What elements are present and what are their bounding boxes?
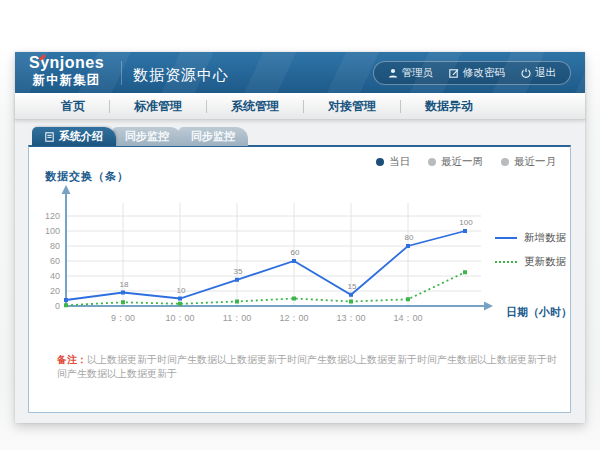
radio-today[interactable]: 当日 bbox=[376, 155, 410, 169]
svg-text:12：00: 12：00 bbox=[279, 313, 308, 323]
svg-text:14：00: 14：00 bbox=[393, 313, 422, 323]
footnote-prefix: 备注： bbox=[57, 354, 87, 365]
radio-icon bbox=[428, 158, 436, 166]
radio-last-week[interactable]: 最近一周 bbox=[428, 155, 483, 169]
svg-text:11：00: 11：00 bbox=[223, 313, 251, 323]
svg-text:100: 100 bbox=[45, 226, 60, 236]
svg-text:9：00: 9：00 bbox=[111, 313, 135, 323]
svg-text:13：00: 13：00 bbox=[336, 313, 365, 323]
power-icon bbox=[521, 68, 531, 78]
tab-sync-monitor-2[interactable]: 同步监控 bbox=[178, 127, 248, 146]
nav-item-interface-mgmt[interactable]: 对接管理 bbox=[304, 98, 400, 115]
logout-button[interactable]: 退出 bbox=[521, 66, 556, 80]
document-icon bbox=[45, 132, 54, 142]
svg-text:100: 100 bbox=[459, 218, 473, 227]
solid-line-swatch-icon bbox=[495, 237, 517, 239]
dotted-line-swatch-icon bbox=[495, 261, 517, 263]
radio-last-month[interactable]: 最近一月 bbox=[501, 155, 556, 169]
tab-system-intro[interactable]: 系统介绍 bbox=[32, 127, 116, 146]
page-window: Synjones 新中新集团 数据资源中心 管理员 修改密码 退出 首页 标准管… bbox=[15, 52, 585, 423]
svg-text:15: 15 bbox=[348, 282, 357, 291]
logo-chinese-text: 新中新集团 bbox=[29, 74, 104, 87]
svg-text:60: 60 bbox=[291, 248, 300, 257]
footnote: 备注：以上数据更新于时间产生数据以上数据更新于时间产生数据以上数据更新于时间产生… bbox=[57, 353, 562, 381]
radio-icon bbox=[376, 158, 384, 166]
company-logo: Synjones 新中新集团 bbox=[29, 55, 104, 87]
app-header: Synjones 新中新集团 数据资源中心 管理员 修改密码 退出 bbox=[15, 52, 585, 93]
svg-text:80: 80 bbox=[405, 233, 414, 242]
tab-sync-monitor-1[interactable]: 同步监控 bbox=[112, 127, 182, 146]
footnote-text: 以上数据更新于时间产生数据以上数据更新于时间产生数据以上数据更新于时间产生数据以… bbox=[57, 354, 557, 379]
legend-item-updated-data[interactable]: 更新数据 bbox=[495, 255, 566, 269]
svg-text:10：00: 10：00 bbox=[165, 313, 194, 323]
svg-text:120: 120 bbox=[45, 211, 60, 221]
user-menu: 管理员 修改密码 退出 bbox=[373, 61, 572, 85]
user-icon bbox=[388, 68, 398, 78]
svg-text:40: 40 bbox=[50, 271, 60, 281]
x-axis-label: 日期（小时） bbox=[506, 305, 572, 320]
svg-text:18: 18 bbox=[120, 280, 129, 289]
page-title: 数据资源中心 bbox=[133, 66, 229, 85]
svg-text:80: 80 bbox=[50, 241, 60, 251]
radio-icon bbox=[501, 158, 509, 166]
tab-bar: 系统介绍 同步监控 同步监控 bbox=[32, 127, 248, 146]
legend-item-new-data[interactable]: 新增数据 bbox=[495, 231, 566, 245]
nav-item-home[interactable]: 首页 bbox=[37, 98, 109, 115]
exchange-chart: 0204060801001209：0010：0011：0012：0013：001… bbox=[37, 183, 499, 335]
logo-english-text: Synjones bbox=[29, 55, 104, 71]
main-nav: 首页 标准管理 系统管理 对接管理 数据异动 bbox=[15, 93, 585, 120]
admin-user-button[interactable]: 管理员 bbox=[388, 66, 434, 80]
change-password-button[interactable]: 修改密码 bbox=[449, 66, 505, 80]
svg-text:60: 60 bbox=[50, 256, 60, 266]
period-filter: 当日 最近一周 最近一月 bbox=[376, 155, 556, 169]
content-panel: 当日 最近一周 最近一月 数据交换（条） 0204060801001209：00… bbox=[28, 145, 571, 413]
divider bbox=[121, 61, 122, 85]
svg-text:35: 35 bbox=[234, 267, 243, 276]
svg-text:20: 20 bbox=[50, 286, 60, 296]
nav-item-standard-mgmt[interactable]: 标准管理 bbox=[110, 98, 206, 115]
y-axis-label: 数据交换（条） bbox=[45, 169, 129, 184]
svg-text:0: 0 bbox=[55, 301, 60, 311]
nav-item-system-mgmt[interactable]: 系统管理 bbox=[207, 98, 303, 115]
chart-legend: 新增数据 更新数据 bbox=[495, 231, 566, 269]
svg-text:10: 10 bbox=[177, 286, 186, 295]
nav-item-data-change[interactable]: 数据异动 bbox=[401, 98, 497, 115]
edit-icon bbox=[449, 68, 459, 78]
